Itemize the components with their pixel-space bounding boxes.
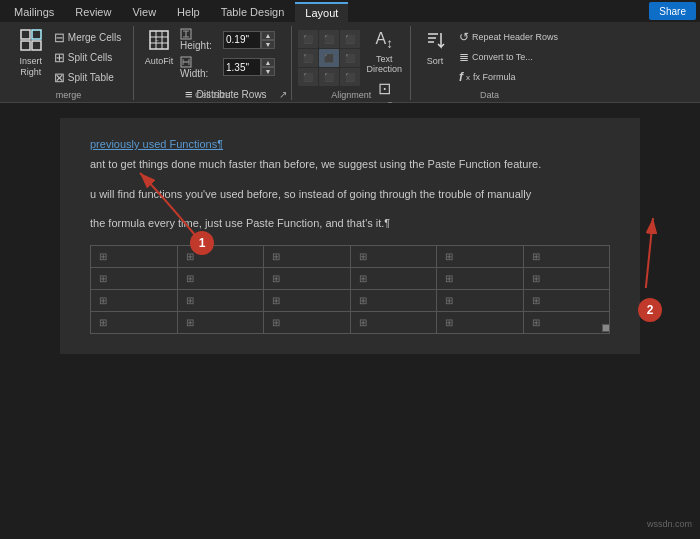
formula-button[interactable]: fx fx Formula: [455, 68, 562, 86]
repeat-header-label: Repeat Header Rows: [472, 32, 558, 42]
table-cell: ⊞: [437, 245, 524, 267]
callout-2: 2: [638, 298, 662, 322]
height-spinner: ▲ ▼: [261, 31, 275, 49]
table-cell: ⊞: [437, 267, 524, 289]
split-cells-icon: ⊞: [54, 50, 65, 65]
table-cell: ⊞: [523, 311, 610, 333]
align-middle-right[interactable]: ⬛: [340, 49, 360, 67]
align-top-right[interactable]: ⬛: [340, 30, 360, 48]
merge-group-label: merge: [4, 90, 133, 100]
table-cell: ⊞: [264, 245, 351, 267]
align-bottom-left[interactable]: ⬛: [298, 68, 318, 86]
table-cell: ⊞: [350, 267, 437, 289]
width-down-btn[interactable]: ▼: [261, 67, 275, 76]
group-cell-size: ↔ AutoFit Height: 0.19": [134, 26, 292, 100]
alignment-group-label: Alignment: [292, 90, 410, 100]
tab-help[interactable]: Help: [167, 2, 210, 22]
split-table-button[interactable]: ⊠ Split Table: [50, 68, 125, 87]
sort-icon: [424, 29, 446, 54]
width-input-group: 1.35" ▲ ▼: [223, 58, 275, 76]
align-top-center[interactable]: ⬛: [319, 30, 339, 48]
svg-rect-2: [32, 30, 41, 39]
repeat-header-icon: ↺: [459, 30, 469, 44]
merge-cells-icon: ⊟: [54, 30, 65, 45]
split-table-label: Split Table: [68, 72, 114, 83]
table-cell: ⊞: [437, 289, 524, 311]
split-cells-button[interactable]: ⊞ Split Cells: [50, 48, 125, 67]
table-cell: ⊞: [264, 267, 351, 289]
autofit-icon: ↔: [148, 29, 170, 54]
cell-size-group-label: Cell Size ↗: [134, 90, 291, 100]
formula-icon: f: [459, 70, 463, 84]
tab-mailings[interactable]: Mailings: [4, 2, 64, 22]
align-bottom-center[interactable]: ⬛: [319, 68, 339, 86]
text-direction-icon: A↕: [376, 30, 393, 51]
table-cell: ⊞: [177, 289, 264, 311]
table-cell: ⊞: [91, 245, 178, 267]
ribbon-tab-bar: Mailings Review View Help Table Design L…: [0, 0, 700, 22]
autofit-button[interactable]: ↔ AutoFit: [140, 26, 178, 70]
width-up-btn[interactable]: ▲: [261, 58, 275, 67]
doc-para-3: the formula every time, just use Paste F…: [90, 215, 610, 233]
height-label: Height:: [180, 28, 220, 51]
share-button[interactable]: Share: [649, 2, 696, 20]
ribbon: Mailings Review View Help Table Design L…: [0, 0, 700, 103]
split-table-icon: ⊠: [54, 70, 65, 85]
width-input[interactable]: 1.35": [223, 58, 261, 76]
insert-right-label: Insert Right: [20, 56, 43, 78]
table-cell: ⊞: [177, 311, 264, 333]
table-row: ⊞ ⊞ ⊞ ⊞ ⊞ ⊞: [91, 245, 610, 267]
table-row: ⊞ ⊞ ⊞ ⊞ ⊞ ⊞: [91, 289, 610, 311]
convert-to-text-icon: ≣: [459, 50, 469, 64]
align-middle-left[interactable]: ⬛: [298, 49, 318, 67]
table-cell: ⊞: [91, 267, 178, 289]
tab-table-design[interactable]: Table Design: [211, 2, 295, 22]
tab-layout[interactable]: Layout: [295, 2, 348, 22]
table-cell: ⊞: [91, 289, 178, 311]
tab-review[interactable]: Review: [65, 2, 121, 22]
cell-size-expand-icon[interactable]: ↗: [279, 89, 287, 100]
table-cell: ⊞: [264, 289, 351, 311]
doc-para-2: u will find functions you've used before…: [90, 186, 610, 204]
height-row: Height: 0.19" ▲ ▼: [180, 28, 285, 51]
table-cell: ⊞: [523, 267, 610, 289]
sort-button[interactable]: Sort: [417, 26, 453, 70]
repeat-header-button[interactable]: ↺ Repeat Header Rows: [455, 28, 562, 46]
table-cell: ⊞: [177, 245, 264, 267]
table-cell: ⊞: [91, 311, 178, 333]
svg-text:↔: ↔: [155, 37, 160, 43]
merge-cells-button[interactable]: ⊟ Merge Cells: [50, 28, 125, 47]
svg-rect-3: [32, 41, 41, 50]
table-resize-handle[interactable]: [602, 324, 610, 332]
align-top-left[interactable]: ⬛: [298, 30, 318, 48]
table-row: ⊞ ⊞ ⊞ ⊞ ⊞ ⊞: [91, 267, 610, 289]
document-area: previously used Functions¶ ant to get th…: [0, 103, 700, 537]
insert-right-button[interactable]: Insert Right: [12, 26, 50, 81]
table-cell: ⊞: [350, 311, 437, 333]
table-cell: ⊞: [437, 311, 524, 333]
table-cell: ⊞: [264, 311, 351, 333]
document-page: previously used Functions¶ ant to get th…: [60, 118, 640, 354]
height-input[interactable]: 0.19": [223, 31, 261, 49]
split-cells-label: Split Cells: [68, 52, 112, 63]
doc-heading: previously used Functions¶: [90, 138, 610, 150]
table-cell: ⊞: [523, 245, 610, 267]
data-group-label: Data: [411, 90, 568, 100]
text-direction-button[interactable]: A↕ Text Direction: [364, 28, 404, 76]
align-bottom-right[interactable]: ⬛: [340, 68, 360, 86]
watermark: wssdn.com: [647, 519, 692, 529]
width-spinner: ▲ ▼: [261, 58, 275, 76]
alignment-grid: ⬛ ⬛ ⬛ ⬛ ⬛ ⬛ ⬛ ⬛ ⬛: [298, 30, 360, 86]
width-label: Width:: [180, 55, 220, 78]
table-cell: ⊞: [177, 267, 264, 289]
convert-to-text-button[interactable]: ≣ Convert to Te...: [455, 48, 562, 66]
height-down-btn[interactable]: ▼: [261, 40, 275, 49]
table-row: ⊞ ⊞ ⊞ ⊞ ⊞ ⊞: [91, 311, 610, 333]
document-table: ⊞ ⊞ ⊞ ⊞ ⊞ ⊞ ⊞ ⊞ ⊞ ⊞ ⊞ ⊞ ⊞ ⊞ ⊞ ⊞ ⊞ ⊞: [90, 245, 610, 334]
formula-label: fx Formula: [473, 72, 516, 82]
align-middle-center[interactable]: ⬛: [319, 49, 339, 67]
convert-to-text-label: Convert to Te...: [472, 52, 533, 62]
callout-1: 1: [190, 231, 214, 255]
tab-view[interactable]: View: [122, 2, 166, 22]
height-up-btn[interactable]: ▲: [261, 31, 275, 40]
